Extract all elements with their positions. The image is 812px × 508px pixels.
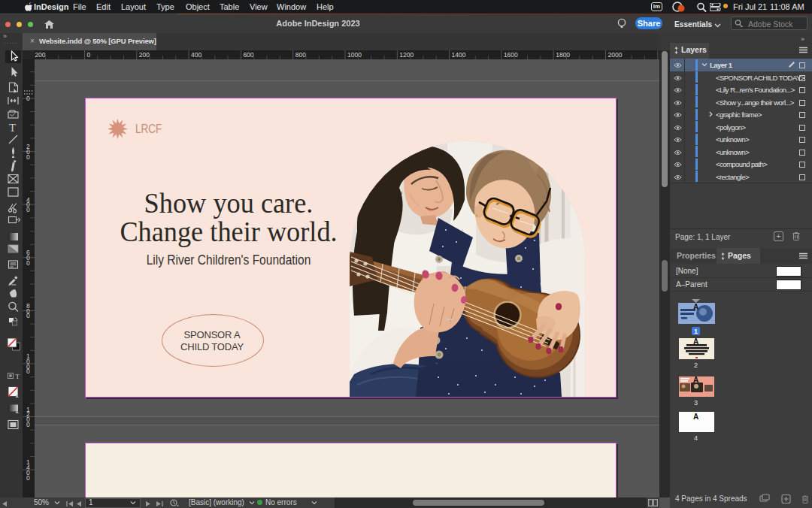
svg-text:1400: 1400 <box>452 51 466 59</box>
svg-text:2: 2 <box>694 361 698 369</box>
svg-text:A: A <box>693 413 698 421</box>
svg-text:1000: 1000 <box>347 51 362 59</box>
svg-text:1800: 1800 <box>556 51 570 59</box>
svg-text:200: 200 <box>139 51 150 59</box>
svg-text:400: 400 <box>191 51 201 59</box>
svg-text:A: A <box>693 303 698 311</box>
svg-text:3: 3 <box>694 399 698 407</box>
svg-text:A: A <box>693 376 698 384</box>
svg-text:0: 0 <box>26 259 30 267</box>
svg-text:0: 0 <box>26 95 30 102</box>
svg-text:1: 1 <box>694 328 698 335</box>
svg-text:1200: 1200 <box>399 51 414 59</box>
svg-text:0: 0 <box>26 421 30 428</box>
svg-text:A: A <box>693 337 698 346</box>
svg-text:800: 800 <box>295 51 306 59</box>
svg-text:0: 0 <box>26 153 30 161</box>
svg-text:1600: 1600 <box>504 51 518 59</box>
svg-text:0: 0 <box>26 312 30 319</box>
svg-text:0: 0 <box>26 367 30 375</box>
svg-text:T: T <box>16 373 20 380</box>
svg-text:2000: 2000 <box>608 51 623 59</box>
svg-text:4: 4 <box>694 434 698 442</box>
svg-text:T: T <box>9 122 16 134</box>
svg-text:600: 600 <box>243 51 253 59</box>
svg-text:0: 0 <box>26 206 30 213</box>
svg-text:0: 0 <box>26 474 30 482</box>
svg-text:0: 0 <box>87 51 91 59</box>
svg-text:200: 200 <box>35 51 45 59</box>
